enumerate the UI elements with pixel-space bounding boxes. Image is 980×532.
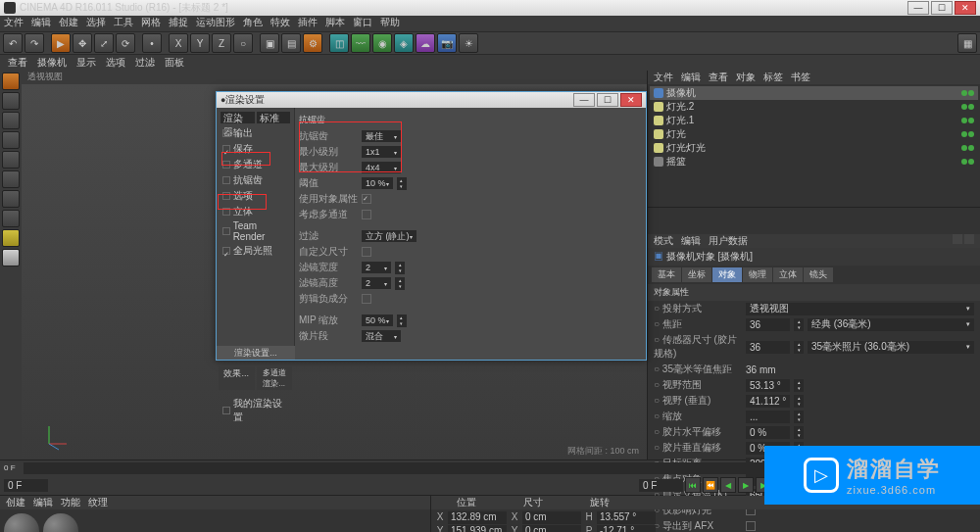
tl-frame-start[interactable]: 0 F — [4, 479, 48, 492]
attr-input[interactable]: 36 — [746, 341, 790, 354]
render-dot[interactable] — [968, 104, 974, 110]
attr-subtab[interactable]: 镜头 — [804, 267, 833, 282]
menu-item[interactable]: 插件 — [298, 16, 318, 31]
visibility-dot[interactable] — [961, 145, 967, 151]
dlg-close-button[interactable]: ✕ — [620, 93, 642, 107]
renderer-dropdown[interactable]: 渲染器 — [220, 112, 255, 123]
checkbox-icon[interactable] — [222, 145, 230, 153]
om-tab[interactable]: 查看 — [709, 71, 728, 84]
mat-tab[interactable]: 创建 — [6, 496, 25, 509]
render-view-button[interactable]: ▣ — [260, 33, 279, 53]
viewport-menu-item[interactable]: 选项 — [106, 56, 125, 70]
render-category-item[interactable]: 全局光照 — [219, 243, 292, 259]
nav-prev-icon[interactable] — [953, 234, 962, 244]
mat-tab[interactable]: 编辑 — [33, 496, 53, 509]
polygon-mode-button[interactable] — [2, 170, 20, 188]
viewport-menu-item[interactable]: 摄像机 — [37, 56, 67, 70]
dialog-footer-button[interactable]: 渲染设置... — [217, 346, 295, 360]
dlg-min-button[interactable]: — — [573, 93, 595, 107]
camera-button[interactable]: 📷 — [437, 33, 457, 53]
effect-button[interactable]: 效果... — [219, 366, 255, 390]
cube-primitive[interactable]: ◫ — [329, 33, 349, 53]
edge-mode-button[interactable] — [2, 151, 20, 169]
render-category-item[interactable]: 抗锯齿 — [219, 172, 292, 188]
visibility-dot[interactable] — [961, 131, 967, 137]
layout-button[interactable]: ▦ — [957, 33, 977, 53]
recent-tool[interactable]: • — [142, 33, 162, 53]
prev-frame-button[interactable]: ◀ — [720, 477, 736, 493]
visibility-dot[interactable] — [961, 90, 967, 96]
spinner[interactable]: ▴▾ — [794, 426, 804, 439]
render-dot[interactable] — [968, 131, 974, 137]
param-checkbox[interactable]: ✓ — [362, 194, 371, 204]
attr-input[interactable]: 0 % — [746, 426, 790, 439]
rotate-tool[interactable]: ⟳ — [116, 33, 135, 53]
spinner[interactable]: ▴▾ — [395, 277, 405, 290]
om-item[interactable]: 摄像机 — [650, 86, 978, 100]
om-tab[interactable]: 标签 — [763, 71, 783, 84]
attr-subtab[interactable]: 基本 — [652, 267, 681, 282]
attr-subtab[interactable]: 对象 — [712, 267, 742, 282]
param-input[interactable]: 2 — [362, 277, 391, 289]
workplane-mode-button[interactable] — [2, 112, 20, 129]
workplane-button[interactable] — [2, 249, 20, 266]
coord-input[interactable]: 0 cm — [522, 525, 581, 532]
viewport-menu-item[interactable]: 查看 — [8, 56, 27, 70]
spinner[interactable]: ▴▾ — [794, 318, 804, 331]
texture-mode-button[interactable] — [2, 92, 20, 110]
x-axis-button[interactable]: X — [169, 33, 188, 53]
material-preview[interactable] — [43, 513, 78, 532]
undo-button[interactable]: ↶ — [3, 33, 23, 53]
attrs-tab[interactable]: 模式 — [654, 234, 673, 248]
attr-input[interactable]: 53.13 ° — [746, 379, 790, 392]
param-input[interactable]: 50 % — [362, 314, 393, 326]
multipass-button[interactable]: 多通道渲染... — [257, 366, 293, 390]
my-render-settings-link[interactable]: 我的渲染设置 — [219, 396, 292, 425]
om-tab[interactable]: 对象 — [736, 71, 756, 84]
light-button[interactable]: ☀ — [459, 33, 478, 53]
coord-input[interactable]: 0 cm — [522, 511, 581, 524]
attrs-tab[interactable]: 用户数据 — [709, 234, 748, 248]
render-category-item[interactable]: Team Render — [219, 219, 292, 243]
attr-input[interactable]: 41.112 ° — [746, 395, 790, 408]
render-category-item[interactable]: 立体 — [219, 204, 292, 219]
param-checkbox[interactable] — [362, 294, 371, 304]
render-dot[interactable] — [968, 145, 974, 151]
enable-axis-button[interactable] — [2, 190, 20, 208]
menu-item[interactable]: 选择 — [86, 16, 106, 31]
om-item[interactable]: 灯光.2 — [650, 100, 978, 114]
menu-item[interactable]: 文件 — [4, 16, 24, 31]
render-category-item[interactable]: 多通道 — [219, 157, 292, 172]
snap-button[interactable] — [2, 229, 20, 247]
checkbox-icon[interactable] — [222, 247, 230, 255]
checkbox-icon[interactable] — [222, 176, 230, 184]
param-dropdown[interactable]: 4x4 — [362, 162, 401, 173]
spinner[interactable]: ▴▾ — [794, 341, 804, 354]
checkbox-icon[interactable] — [222, 161, 230, 169]
world-axis-button[interactable]: ○ — [233, 33, 253, 53]
attr-input[interactable]: ... — [746, 411, 790, 423]
om-tab[interactable]: 书签 — [791, 71, 810, 84]
menu-item[interactable]: 编辑 — [31, 16, 51, 31]
visibility-dot[interactable] — [961, 159, 967, 165]
point-mode-button[interactable] — [2, 131, 20, 149]
om-item[interactable]: 灯光 — [650, 127, 978, 141]
play-back-button[interactable]: ▶ — [738, 477, 754, 493]
checkbox-icon[interactable] — [222, 129, 230, 137]
spinner[interactable]: ▴▾ — [794, 411, 804, 423]
render-picture-button[interactable]: ▤ — [281, 33, 301, 53]
checkbox-icon[interactable] — [222, 208, 230, 216]
om-tab[interactable]: 编辑 — [681, 71, 701, 84]
visibility-dot[interactable] — [961, 118, 967, 123]
menu-item[interactable]: 帮助 — [380, 16, 400, 31]
render-dot[interactable] — [968, 90, 974, 96]
spinner[interactable]: ▴▾ — [395, 262, 405, 274]
menu-item[interactable]: 创建 — [59, 16, 78, 31]
coord-input[interactable]: 132.89 cm — [448, 511, 507, 524]
coord-input[interactable]: -12.71 ° — [597, 525, 656, 532]
param-input[interactable]: 2 — [362, 262, 391, 273]
menu-item[interactable]: 窗口 — [353, 16, 372, 31]
attr-dropdown[interactable]: 35毫米照片 (36.0毫米) — [808, 341, 974, 354]
visibility-dot[interactable] — [961, 104, 967, 110]
redo-button[interactable]: ↷ — [24, 33, 44, 53]
